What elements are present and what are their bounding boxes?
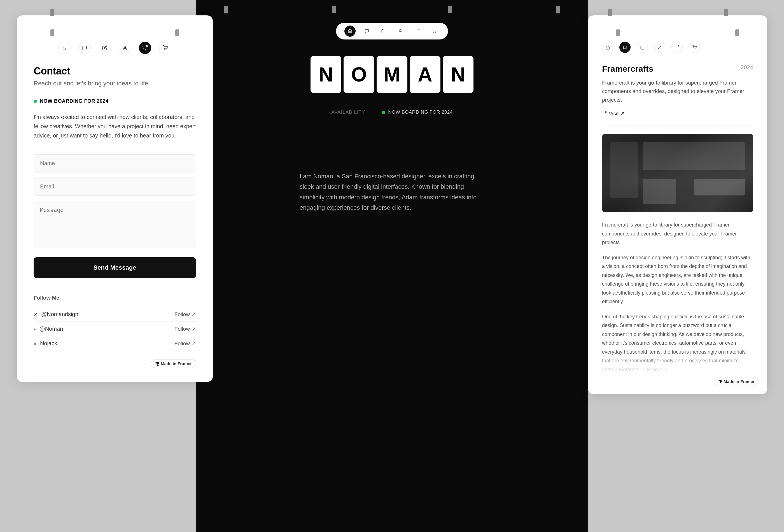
right-handles: [602, 29, 753, 36]
right-top-handle-left: [608, 9, 612, 16]
resize-handle-right: [175, 29, 179, 36]
right-card-header: Framercrafts 2024: [602, 64, 753, 74]
svg-line-5: [418, 29, 419, 30]
right-nav-chat[interactable]: [619, 42, 631, 53]
right-nav-home[interactable]: [602, 42, 613, 53]
nav-cursor-icon[interactable]: [139, 42, 151, 54]
nojack-follow-link[interactable]: Follow ↗: [174, 340, 196, 347]
nav-edit-icon[interactable]: [99, 42, 111, 54]
center-bio-text: I am Noman, a San Francisco-based design…: [283, 171, 501, 213]
diamond-icon: ◆: [34, 341, 37, 346]
logo-letter-m: M: [376, 56, 408, 93]
twitter-follow-arrow: ↗: [192, 311, 196, 317]
send-message-button[interactable]: Send Message: [34, 257, 196, 278]
right-nav-cursor[interactable]: [671, 42, 683, 53]
name-form-group: [34, 154, 196, 172]
svg-point-0: [124, 46, 126, 48]
right-made-in-framer-text: Made in Framer: [724, 379, 755, 384]
logo-letter-o: O: [343, 56, 374, 93]
social-item-noman: ● @Noman Follow ↗: [34, 322, 196, 336]
right-nav-cart[interactable]: [689, 42, 700, 53]
right-handle-left: [616, 29, 620, 36]
noman-logo: N O M A N: [310, 56, 474, 93]
nav-chat-icon[interactable]: [78, 42, 91, 54]
made-in-framer-badge[interactable]: Made in Framer: [151, 359, 196, 368]
availability-text: NOW BOARDING FOR 2024: [40, 98, 109, 104]
svg-point-9: [659, 46, 661, 47]
message-form-group: [34, 201, 196, 250]
left-panel-handle-right: [50, 9, 54, 16]
right-nav: [602, 42, 753, 53]
preview-card-mock: [643, 179, 676, 204]
center-nav-user[interactable]: [395, 26, 406, 37]
noman-follow-label: Follow: [174, 326, 190, 332]
green-dot-icon: [34, 100, 37, 103]
center-nav-edit[interactable]: [378, 26, 389, 37]
nojack-follow-label: Follow: [174, 340, 190, 347]
svg-line-1: [146, 46, 147, 47]
visit-label: Visit ↗: [609, 110, 625, 117]
contact-description: I'm always excited to connect with new c…: [34, 113, 196, 140]
nav-home-icon[interactable]: ⌂: [58, 42, 71, 54]
noman-follow-link[interactable]: Follow ↗: [174, 326, 196, 332]
social-section: Follow Me ✕ @Nomandsign Follow ↗ ● @Noma…: [34, 295, 196, 351]
noman-follow-arrow: ↗: [192, 326, 196, 332]
svg-point-2: [164, 50, 165, 50]
center-top-handle-left: [224, 6, 228, 13]
svg-point-6: [433, 32, 433, 33]
long-text-3: One of the key trends shaping our field …: [602, 312, 753, 374]
card-year: 2024: [741, 64, 754, 71]
made-in-framer-text: Made in Framer: [161, 361, 192, 366]
twitter-icon: ✕: [34, 311, 38, 317]
right-made-in-framer-container: Made in Framer: [714, 377, 759, 386]
right-nav-user[interactable]: [654, 42, 665, 53]
center-nav-cursor[interactable]: [412, 26, 423, 37]
card-divider: [602, 125, 753, 125]
nojack-follow-arrow: ↗: [192, 340, 196, 347]
card-title: Framercrafts: [602, 64, 653, 74]
center-nav-chat[interactable]: [361, 26, 372, 37]
svg-line-10: [678, 45, 679, 47]
email-input[interactable]: [34, 177, 196, 196]
long-text-section: Framercraft is your go-to library for su…: [602, 221, 753, 374]
svg-point-11: [694, 49, 694, 49]
logo-letter-n2: N: [443, 56, 474, 93]
long-text-2: The journey of design engineering is aki…: [602, 253, 753, 306]
center-availability-text: NOW BOARDING FOR 2024: [388, 110, 453, 115]
center-availability-section: AVAILABILITY NOW BOARDING FOR 2024: [331, 110, 453, 115]
follow-me-label: Follow Me: [34, 295, 196, 301]
center-panel: N O M A N AVAILABILITY NOW BOARDING FOR …: [196, 0, 588, 532]
social-item-nojack: ◆ Nojack Follow ↗: [34, 336, 196, 351]
preview-main-mock: [643, 142, 745, 170]
resize-handle-left: [50, 29, 54, 36]
twitter-follow-link[interactable]: Follow ↗: [174, 311, 196, 317]
nav-cart-icon[interactable]: [159, 42, 171, 54]
center-green-dot: [382, 111, 385, 114]
card-short-desc: Framercraft is your go-to library for su…: [602, 79, 753, 104]
circle-icon: ●: [34, 327, 36, 331]
social-item-twitter: ✕ @Nomandsign Follow ↗: [34, 307, 196, 322]
nav-user-icon[interactable]: [119, 42, 131, 54]
contact-subtitle: Reach out and let's bring your ideas to …: [34, 80, 196, 87]
center-nav: [336, 23, 448, 39]
left-nav: ⌂: [34, 42, 196, 54]
svg-point-4: [399, 29, 401, 31]
email-form-group: [34, 177, 196, 196]
name-input[interactable]: [34, 154, 196, 172]
svg-line-13: [605, 111, 607, 113]
right-made-in-framer-badge[interactable]: Made in Framer: [714, 377, 759, 386]
availability-row: NOW BOARDING FOR 2024: [34, 98, 196, 104]
right-nav-edit[interactable]: [637, 42, 648, 53]
preview-element-1: [694, 179, 745, 195]
center-nav-cart[interactable]: [428, 26, 440, 37]
visit-link[interactable]: Visit ↗: [602, 110, 753, 117]
right-handle-right: [735, 29, 739, 36]
noman-handle: @Noman: [39, 326, 63, 332]
contact-title: Contact: [34, 65, 196, 77]
message-textarea[interactable]: [34, 201, 196, 248]
long-text-1: Framercraft is your go-to library for su…: [602, 221, 753, 247]
logo-letter-a: A: [410, 56, 441, 93]
left-panel: ⌂ Contact Reach out and let's bring your…: [17, 16, 213, 382]
right-panel: Framercrafts 2024 Framercraft is your go…: [588, 16, 767, 394]
center-nav-home[interactable]: [344, 26, 356, 37]
